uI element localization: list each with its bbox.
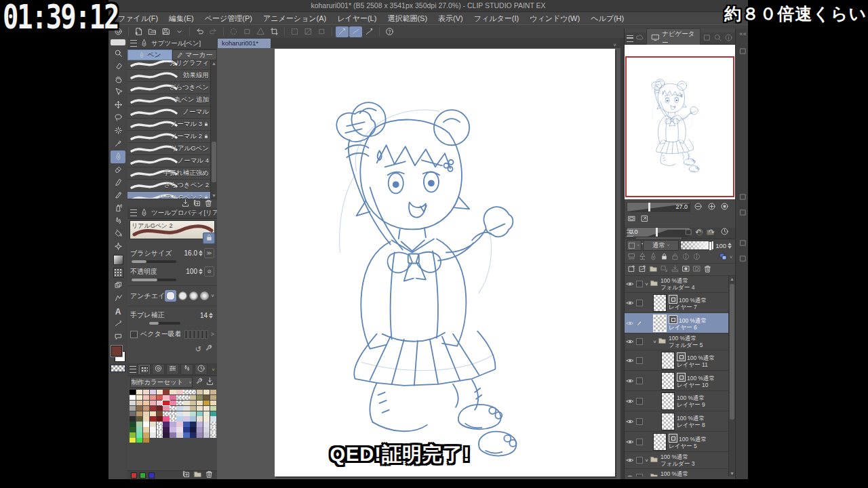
color-swatch-11[interactable] [203, 390, 210, 394]
brush-item-5[interactable]: ノーマル 3 [127, 119, 217, 131]
color-swatch-1[interactable] [136, 390, 142, 394]
color-swatch-39[interactable] [130, 406, 136, 411]
color-swatch-74[interactable] [190, 416, 196, 421]
layer-list-scrollbar[interactable]: ▲▼ [728, 276, 735, 476]
auto-select-tool[interactable] [111, 125, 125, 138]
folder-expand-chevron[interactable]: ˅ [644, 458, 650, 464]
color-swatch-83[interactable] [163, 422, 169, 426]
color-swatch-46[interactable] [176, 406, 182, 411]
color-swatch-20[interactable] [176, 395, 182, 400]
color-swatch-60[interactable] [183, 411, 189, 416]
eraser-tool[interactable] [111, 163, 125, 176]
layer-thumbnail[interactable] [653, 294, 667, 312]
brush-item-3[interactable]: 丸ペン 追加 [127, 94, 217, 106]
brush-item-11[interactable]: リアルGペン 2 [127, 192, 217, 199]
color-swatch-103[interactable] [210, 427, 216, 432]
color-swatch-117[interactable] [130, 438, 136, 443]
color-swatch-43[interactable] [157, 406, 163, 411]
color-swatch-62[interactable] [197, 411, 203, 416]
tab-information[interactable] [724, 33, 733, 45]
vector-snap-checkbox[interactable] [130, 331, 138, 338]
color-swatch-16[interactable] [150, 395, 156, 400]
lock-layer-button[interactable] [660, 251, 669, 264]
color-swatch-27[interactable] [136, 401, 142, 405]
color-swatch-25[interactable] [210, 395, 216, 400]
main-color-swatch[interactable] [111, 346, 122, 357]
color-swatch-80[interactable] [143, 422, 149, 426]
lock-transparent-button[interactable] [671, 251, 679, 264]
color-swatch-99[interactable] [183, 427, 189, 432]
color-swatch-85[interactable] [176, 422, 182, 426]
layer-row-レイヤー 8[interactable]: 100 %通常レイヤー 8 [625, 411, 735, 432]
decoration-tool[interactable] [111, 241, 125, 253]
color-swatch-88[interactable] [197, 422, 203, 426]
dock-icon[interactable] [736, 208, 748, 218]
reset-property-button[interactable]: ↺ [195, 345, 201, 354]
create-mask-button[interactable] [682, 264, 690, 276]
color-folder-button[interactable] [193, 469, 202, 479]
layer-row-レイヤー 5[interactable]: 100 %通常レイヤー 5 [625, 432, 735, 452]
subtool-tab-0[interactable]: ペン [127, 49, 172, 60]
layer-thumbnail[interactable] [661, 413, 675, 430]
dock-icon[interactable] [736, 47, 748, 57]
color-set-import-button[interactable] [205, 376, 214, 388]
document-tab[interactable]: koharuri001* [218, 39, 271, 48]
tab-color-mixing[interactable] [180, 364, 193, 375]
color-swatch-53[interactable] [136, 411, 142, 416]
color-swatch-47[interactable] [183, 406, 189, 411]
color-swatch-109[interactable] [163, 432, 169, 437]
marker-tool[interactable] [111, 176, 125, 189]
color-set-edit-button[interactable] [195, 376, 203, 388]
color-swatch-113[interactable] [190, 432, 196, 437]
color-swatch-57[interactable] [163, 411, 169, 416]
color-swatch-56[interactable] [157, 411, 163, 416]
property-settings-button[interactable] [204, 343, 213, 355]
tab-layer-template[interactable] [706, 227, 715, 239]
reference-layer-button[interactable] [638, 251, 647, 264]
brush-item-8[interactable]: ノーマル 4 [127, 155, 217, 167]
lasso-tool[interactable] [111, 112, 125, 125]
color-swatch-118[interactable] [136, 438, 142, 443]
tab-layer-search[interactable] [695, 227, 704, 239]
panel-menu-icon[interactable] [130, 40, 137, 47]
layer-checkbox[interactable] [636, 398, 643, 405]
color-swatch-105[interactable] [136, 432, 142, 437]
line-correction-tool[interactable] [111, 318, 125, 331]
dock-icon[interactable] [736, 239, 748, 249]
opacity-dynamics-button[interactable]: ⊘ [204, 266, 214, 277]
layer-opacity-stepper[interactable] [728, 243, 732, 249]
color-swatch-75[interactable] [197, 416, 203, 421]
merge-down-button[interactable] [671, 264, 679, 276]
menu-item-4[interactable]: レイヤー(L) [332, 13, 382, 24]
color-swatch-84[interactable] [170, 422, 176, 426]
color-swatch-89[interactable] [203, 422, 210, 426]
menu-item-9[interactable]: ヘルプ(H) [585, 13, 629, 24]
delete-layer-button[interactable] [703, 264, 712, 276]
layer-checkbox[interactable] [636, 338, 643, 345]
color-swatch-76[interactable] [203, 416, 210, 421]
color-swatch-82[interactable] [157, 422, 163, 426]
color-swatch-67[interactable] [143, 416, 149, 421]
snap-line-button[interactable] [363, 26, 376, 37]
color-swatch-91[interactable] [130, 427, 136, 432]
panel-menu-icon[interactable] [130, 366, 136, 373]
enable-mask-button[interactable] [682, 251, 690, 264]
color-swatch-49[interactable] [197, 406, 203, 411]
color-swatch-54[interactable] [143, 411, 149, 416]
pen-tool[interactable] [111, 150, 125, 163]
airbrush-tool[interactable] [111, 202, 125, 215]
spinner-button[interactable] [227, 26, 240, 37]
pencil-tool[interactable] [111, 189, 125, 202]
tab-color-history[interactable] [195, 364, 208, 375]
brush-list-scrollbar[interactable]: ▲▼ [210, 60, 217, 199]
antialias-middle-button[interactable] [189, 291, 198, 300]
color-swatch-45[interactable] [170, 406, 176, 411]
layer-checkbox[interactable] [636, 378, 643, 384]
color-swatch-34[interactable] [183, 401, 189, 405]
color-swatch-18[interactable] [163, 395, 169, 400]
layer-row-レイヤー 11[interactable]: 100 %通常レイヤー 11 [625, 350, 735, 371]
blend-mode-dropdown[interactable]: 通常˅ [643, 240, 678, 251]
move-layer-tool[interactable] [111, 99, 125, 112]
color-swatch-24[interactable] [203, 395, 210, 400]
balloon-tool[interactable] [111, 331, 125, 344]
